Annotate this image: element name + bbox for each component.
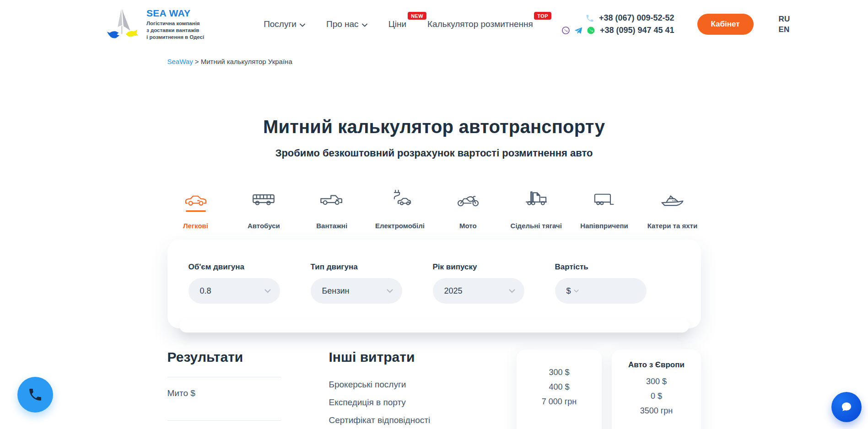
tab-semi-trailers[interactable]: Напівпричепи bbox=[573, 188, 636, 230]
logo-title: SEA WAY bbox=[146, 8, 204, 19]
chevron-down-icon bbox=[362, 23, 367, 27]
field-year: Рік випуску 2025 bbox=[433, 263, 524, 304]
tab-electric-cars[interactable]: Електромобілі bbox=[368, 188, 431, 230]
tab-boats-yachts[interactable]: Катери та яхти bbox=[641, 188, 704, 230]
result-row-excise: Акцизний збір $ bbox=[167, 420, 281, 429]
logo-text: SEA WAY Логістична компанія з доставки в… bbox=[146, 8, 204, 41]
cost-item: Сертифікат відповідності стандартам bbox=[329, 414, 467, 429]
tab-semi-trucks[interactable]: Сідельні тягачі bbox=[505, 188, 568, 230]
chevron-down-icon bbox=[509, 289, 515, 293]
field-engine-type: Тип двигуна Бензин bbox=[311, 263, 402, 304]
nav-about[interactable]: Про нас bbox=[326, 19, 367, 29]
price-value: 0 $ bbox=[612, 391, 701, 401]
nav-services[interactable]: Послуги bbox=[264, 19, 305, 29]
tab-buses[interactable]: Автобуси bbox=[232, 188, 295, 230]
phone-icon bbox=[27, 387, 43, 402]
main-nav: Послуги Про нас Ціни NEW Калькулятор роз… bbox=[264, 19, 533, 29]
page-subtitle: Зробимо безкоштовний розрахунок вартості… bbox=[0, 147, 868, 159]
trailer-icon bbox=[593, 191, 616, 209]
results-column: Результати Мито $ Акцизний збір $ bbox=[167, 349, 281, 429]
language-switcher: RU EN bbox=[779, 15, 790, 34]
vehicle-type-tabs: Легкові Автобуси Вантажні Електромобілі bbox=[164, 188, 704, 230]
chevron-down-icon bbox=[574, 290, 579, 293]
field-engine-volume: Об'єм двигуна 0.8 bbox=[189, 263, 280, 304]
viber-icon[interactable] bbox=[561, 26, 570, 35]
header: SEA WAY Логістична компанія з доставки в… bbox=[0, 0, 868, 47]
breadcrumb: SeaWay > Митний калькулятор Україна bbox=[167, 58, 701, 65]
breadcrumb-current: Митний калькулятор Україна bbox=[201, 58, 292, 65]
cost-item: Експедиція в порту bbox=[329, 397, 467, 408]
phone-row-2: +38 (095) 947 45 41 bbox=[561, 26, 674, 35]
price-value: 3500 грн bbox=[612, 406, 701, 416]
field-cost: Вартість $ bbox=[555, 263, 647, 304]
car-icon bbox=[184, 191, 208, 209]
seaway-logo-icon bbox=[104, 6, 140, 42]
result-row-duty: Мито $ bbox=[167, 377, 281, 408]
active-tab-underline bbox=[186, 210, 206, 212]
top-badge: TOP bbox=[534, 12, 551, 20]
page-title: Митний калькулятор автотранспорту bbox=[0, 117, 868, 137]
truck-icon bbox=[319, 191, 344, 209]
price-value: 400 $ bbox=[517, 382, 602, 392]
results-section: Результати Мито $ Акцизний збір $ Інші в… bbox=[167, 349, 701, 429]
price-card-standard: 300 $ 400 $ 7 000 грн bbox=[517, 349, 602, 429]
hero: Митний калькулятор автотранспорту Зробим… bbox=[0, 117, 868, 159]
engine-type-select[interactable]: Бензин bbox=[311, 278, 402, 304]
call-fab-button[interactable] bbox=[17, 377, 53, 413]
price-card-europe: Авто з Європи 300 $ 0 $ 3500 грн bbox=[612, 349, 701, 429]
yacht-icon bbox=[659, 191, 685, 209]
whatsapp-icon[interactable] bbox=[587, 26, 595, 35]
logo[interactable]: SEA WAY Логістична компанія з доставки в… bbox=[104, 6, 204, 42]
breadcrumb-separator: > bbox=[193, 58, 201, 65]
nav-calculator[interactable]: Калькулятор розмитнення TOP bbox=[427, 19, 533, 29]
currency-select[interactable]: $ bbox=[566, 286, 579, 296]
phone-number-1[interactable]: +38 (067) 009-52-52 bbox=[599, 13, 674, 23]
chat-fab-button[interactable] bbox=[831, 392, 862, 422]
breadcrumb-home-link[interactable]: SeaWay bbox=[167, 58, 193, 65]
chat-bubble-icon bbox=[840, 400, 853, 414]
tab-cars[interactable]: Легкові bbox=[164, 188, 227, 230]
year-select[interactable]: 2025 bbox=[433, 278, 524, 304]
price-value: 300 $ bbox=[517, 368, 602, 377]
bus-icon bbox=[251, 191, 276, 209]
messenger-icons bbox=[561, 26, 595, 35]
lang-en[interactable]: EN bbox=[779, 25, 790, 34]
phone-row-1: +38 (067) 009-52-52 bbox=[561, 13, 674, 23]
price-card-title: Авто з Європи bbox=[612, 360, 701, 370]
other-costs-title: Інші витрати bbox=[329, 349, 467, 365]
motorcycle-icon bbox=[456, 191, 480, 209]
calculator-form-card: Об'єм двигуна 0.8 Тип двигуна Бензин Рік… bbox=[167, 240, 701, 328]
phone-number-2[interactable]: +38 (095) 947 45 41 bbox=[600, 26, 674, 35]
chevron-down-icon bbox=[300, 23, 305, 27]
chevron-down-icon bbox=[387, 289, 393, 293]
cost-item: Брокерські послуги bbox=[329, 379, 467, 391]
price-value: 300 $ bbox=[612, 377, 701, 386]
phone-icon bbox=[585, 14, 594, 23]
tab-trucks[interactable]: Вантажні bbox=[300, 188, 363, 230]
lang-ru[interactable]: RU bbox=[779, 15, 790, 24]
results-title: Результати bbox=[167, 349, 281, 365]
chevron-down-icon bbox=[264, 289, 271, 293]
cabinet-button[interactable]: Кабінет bbox=[697, 14, 754, 35]
telegram-icon[interactable] bbox=[574, 26, 583, 35]
semi-truck-icon bbox=[524, 188, 549, 209]
tab-motorcycles[interactable]: Мото bbox=[437, 188, 500, 230]
electric-car-icon bbox=[388, 188, 412, 209]
cost-input[interactable] bbox=[582, 286, 637, 296]
cost-field: $ bbox=[555, 278, 647, 304]
logo-tagline: Логістична компанія з доставки вантажів … bbox=[146, 20, 204, 41]
other-costs-column: Інші витрати Брокерські послуги Експедиц… bbox=[329, 349, 467, 429]
header-contacts: +38 (067) 009-52-52 +38 (095) 947 45 41 bbox=[561, 13, 679, 35]
price-value: 7 000 грн bbox=[517, 397, 602, 407]
new-badge: NEW bbox=[408, 12, 426, 20]
engine-volume-select[interactable]: 0.8 bbox=[189, 278, 280, 304]
nav-prices[interactable]: Ціни NEW bbox=[388, 19, 406, 29]
